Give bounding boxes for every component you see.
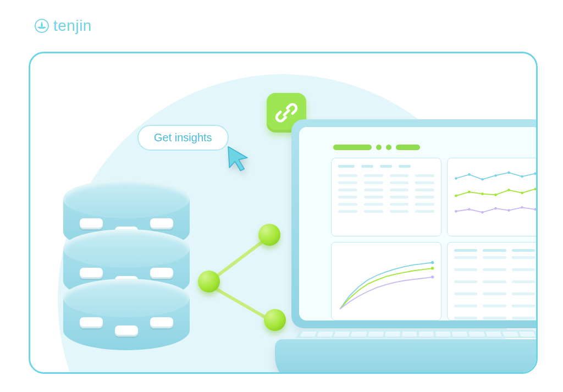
svg-point-26: [431, 267, 434, 269]
dashboard-panel-growth-chart: [331, 242, 441, 321]
database-stack-icon: [63, 180, 190, 374]
svg-point-9: [455, 195, 457, 197]
svg-point-21: [507, 209, 510, 212]
cursor-pointer-icon: [223, 142, 253, 175]
get-insights-button[interactable]: Get insights: [137, 125, 229, 151]
svg-point-27: [431, 275, 434, 278]
svg-point-12: [494, 194, 497, 196]
hero-illustration: tenjin Get insights: [0, 0, 563, 392]
dashboard-panel-trends-chart: [447, 158, 538, 236]
svg-point-18: [468, 208, 471, 211]
svg-point-13: [507, 189, 510, 191]
svg-point-23: [534, 208, 537, 211]
svg-point-4: [494, 174, 497, 177]
svg-point-17: [455, 210, 457, 213]
window-title-bar: [333, 145, 420, 150]
svg-point-22: [521, 206, 523, 209]
brand-logo: tenjin: [35, 18, 92, 34]
svg-point-2: [468, 173, 471, 176]
laptop-screen: [299, 127, 538, 321]
svg-point-14: [521, 192, 523, 195]
brand-mark-icon: [35, 19, 49, 33]
svg-point-6: [521, 175, 523, 178]
svg-point-5: [507, 172, 510, 174]
svg-point-7: [534, 172, 537, 175]
svg-point-20: [494, 207, 497, 210]
svg-point-3: [481, 178, 484, 181]
svg-point-11: [481, 192, 484, 195]
svg-point-1: [455, 177, 457, 180]
laptop-dashboard-icon: [275, 119, 538, 374]
hero-card: Get insights: [29, 52, 538, 374]
laptop-keyboard: [296, 330, 538, 338]
svg-point-10: [468, 191, 471, 194]
svg-point-15: [534, 187, 537, 190]
svg-point-19: [481, 211, 484, 214]
brand-name: tenjin: [53, 18, 92, 34]
dashboard-panel-checklist: [447, 242, 538, 321]
dashboard-panel-table: [331, 158, 441, 236]
svg-point-25: [431, 261, 434, 264]
